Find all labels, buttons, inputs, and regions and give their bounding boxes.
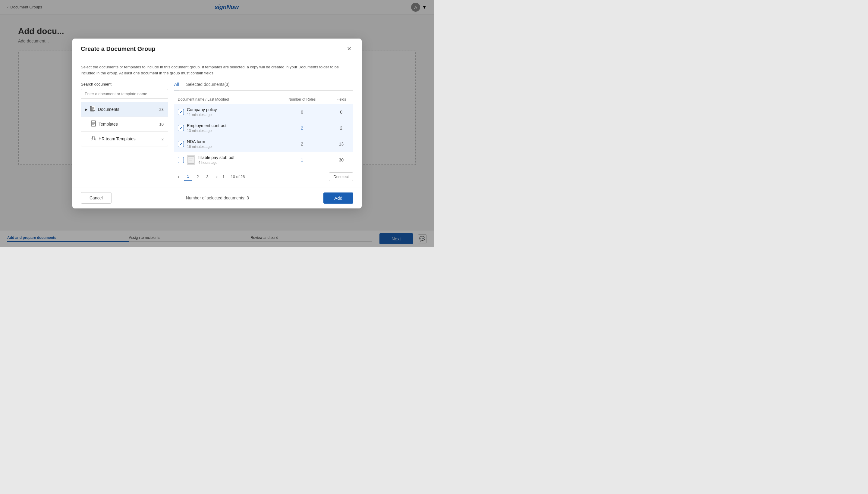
doc-fields: 30 (339, 157, 344, 163)
doc-roles-cell: 2 (275, 120, 328, 136)
doc-name: NDA form (187, 139, 211, 144)
modal-title: Create a Document Group (81, 45, 155, 52)
doc-checkbox-company-policy[interactable]: ✓ (178, 109, 184, 115)
folder-name-hr: HR team Templates (98, 136, 159, 141)
svg-rect-1 (91, 106, 95, 111)
search-input[interactable] (81, 89, 168, 99)
doc-name-cell: ✓ NDA form 16 minutes ago (174, 136, 275, 152)
table-row: fillable pay stub pdf 4 hours ago 1 (174, 152, 353, 168)
doc-checkbox-employment[interactable]: ✓ (178, 125, 184, 131)
templates-icon (91, 120, 96, 128)
doc-info: Company policy 11 minutes ago (187, 107, 217, 117)
page-2-button[interactable]: 2 (193, 173, 202, 181)
doc-fields: 13 (339, 141, 344, 146)
doc-time: 11 minutes ago (187, 113, 217, 117)
tabs-row: All Selected documents(3) (174, 82, 353, 91)
doc-fields-cell: 30 (328, 152, 353, 168)
folder-list: ▶ Documents 2 (81, 102, 168, 146)
modal-header: Create a Document Group ✕ (72, 39, 362, 58)
doc-roles-cell: 0 (275, 104, 328, 120)
doc-time: 13 minutes ago (187, 129, 227, 133)
left-panel: Search document ▶ (81, 82, 168, 181)
doc-fields-cell: 13 (328, 136, 353, 152)
search-label: Search document (81, 82, 168, 87)
doc-roles: 0 (301, 110, 303, 114)
svg-point-10 (91, 139, 92, 140)
modal-overlay: Create a Document Group ✕ Select the doc… (0, 0, 434, 247)
col-document-name: Document name / Last Modified (174, 95, 275, 104)
folder-item-hr-templates[interactable]: HR team Templates 2 (81, 132, 168, 146)
svg-point-11 (95, 139, 96, 140)
selected-count-label: Number of selected documents: 3 (186, 195, 249, 200)
page-3-button[interactable]: 3 (203, 173, 211, 181)
checkmark-icon: ✓ (179, 110, 183, 114)
documents-icon (90, 106, 95, 113)
doc-checkbox-paystub[interactable] (178, 157, 184, 163)
cancel-button[interactable]: Cancel (81, 192, 112, 204)
next-page-button[interactable]: › (213, 173, 221, 181)
doc-name-cell: fillable pay stub pdf 4 hours ago (174, 152, 275, 168)
page-1-button[interactable]: 1 (184, 173, 192, 181)
doc-fields: 2 (340, 126, 343, 130)
doc-info: NDA form 16 minutes ago (187, 139, 211, 149)
table-row: ✓ NDA form 16 minutes ago (174, 136, 353, 152)
tab-all[interactable]: All (174, 82, 179, 90)
doc-checkbox-nda[interactable]: ✓ (178, 141, 184, 147)
checkmark-icon: ✓ (179, 126, 183, 130)
page-range-info: 1 — 10 of 28 (222, 174, 245, 179)
doc-name-cell: ✓ Employment contract 13 minutes ago (174, 120, 275, 136)
right-panel: All Selected documents(3) Document name … (174, 82, 353, 181)
table-row: ✓ Company policy 11 minutes ago (174, 104, 353, 120)
modal-content-layout: Search document ▶ (81, 82, 353, 181)
folder-count-documents: 28 (160, 107, 164, 112)
doc-fields-cell: 0 (328, 104, 353, 120)
folder-item-templates[interactable]: Templates 10 (81, 117, 168, 132)
doc-name: fillable pay stub pdf (198, 155, 235, 160)
deselect-button[interactable]: Deselect (329, 172, 353, 181)
modal-description: Select the documents or templates to inc… (81, 64, 353, 76)
doc-roles-cell: 1 (275, 152, 328, 168)
folder-count-templates: 10 (160, 122, 164, 127)
doc-info: fillable pay stub pdf 4 hours ago (198, 155, 235, 165)
col-roles: Number of Roles (275, 95, 328, 104)
folder-name-templates: Templates (98, 122, 157, 127)
page-controls: ‹ 1 2 3 › 1 — 10 of 28 (174, 173, 245, 181)
create-document-group-modal: Create a Document Group ✕ Select the doc… (72, 39, 362, 208)
doc-fields: 0 (340, 110, 343, 114)
doc-roles[interactable]: 2 (301, 126, 303, 130)
folder-item-documents[interactable]: ▶ Documents 2 (81, 102, 168, 117)
modal-close-button[interactable]: ✕ (345, 44, 353, 53)
svg-line-12 (92, 138, 93, 139)
tab-selected[interactable]: Selected documents(3) (186, 82, 230, 90)
add-button[interactable]: Add (324, 192, 353, 204)
folder-count-hr: 2 (162, 137, 164, 141)
folder-name-documents: Documents (98, 107, 157, 112)
checkmark-icon: ✓ (179, 142, 183, 146)
doc-roles-cell: 2 (275, 136, 328, 152)
doc-name: Company policy (187, 107, 217, 112)
doc-roles: 2 (301, 141, 303, 146)
pagination-row: ‹ 1 2 3 › 1 — 10 of 28 Deselect (174, 172, 353, 181)
table-row: ✓ Employment contract 13 minutes ago (174, 120, 353, 136)
doc-roles[interactable]: 1 (301, 157, 303, 163)
prev-page-button[interactable]: ‹ (174, 173, 183, 181)
modal-footer: Cancel Number of selected documents: 3 A… (72, 187, 362, 208)
table-header-row: Document name / Last Modified Number of … (174, 95, 353, 104)
svg-point-9 (93, 136, 94, 138)
doc-file-icon (187, 155, 195, 165)
col-fields: Fields (328, 95, 353, 104)
hr-templates-icon (91, 135, 96, 142)
doc-name: Employment contract (187, 123, 227, 128)
folder-arrow-icon: ▶ (85, 108, 88, 111)
documents-table: Document name / Last Modified Number of … (174, 95, 353, 168)
doc-time: 16 minutes ago (187, 145, 211, 149)
doc-time: 4 hours ago (198, 160, 235, 165)
modal-body: Select the documents or templates to inc… (72, 58, 362, 187)
svg-line-13 (93, 138, 95, 139)
doc-fields-cell: 2 (328, 120, 353, 136)
doc-name-cell: ✓ Company policy 11 minutes ago (174, 104, 275, 120)
doc-info: Employment contract 13 minutes ago (187, 123, 227, 133)
